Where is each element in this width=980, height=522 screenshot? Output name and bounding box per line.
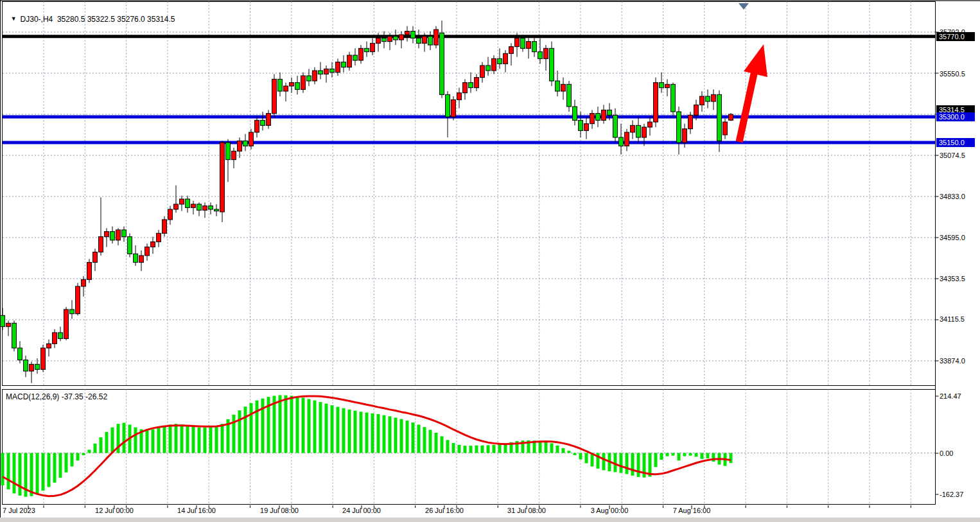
symbol-dropdown-icon[interactable]: ▼ (11, 15, 17, 22)
time-axis-label: 7 Aug 16:00 (673, 507, 711, 514)
macd-axis-label: 214.47 (940, 393, 961, 400)
macd-axis-label: -162.37 (940, 491, 963, 498)
price-badge-35150.0: 35150.0 (936, 138, 975, 147)
price-badge-35770.0: 35770.0 (936, 32, 975, 41)
time-axis-label: 3 Aug 00:00 (591, 507, 629, 514)
chart-window: { "header": { "symbol": "DJ30-", "timefr… (0, 0, 980, 522)
macd-panel[interactable] (3, 390, 935, 504)
main-chart-panel[interactable] (3, 2, 935, 385)
time-axis-label: 19 Jul 08:00 (260, 507, 299, 514)
time-axis-label: 7 Jul 2023 (3, 507, 35, 514)
price-axis-label: 34595.0 (940, 234, 965, 241)
price-axis-label: 34353.5 (940, 275, 965, 283)
price-axis-label: 35074.5 (940, 152, 965, 159)
time-scale[interactable] (0, 505, 935, 517)
price-axis-label: 34833.0 (940, 193, 965, 200)
chart-title-ohlc: DJ30-,H4 35280.5 35322.5 35276.0 35314.5 (21, 15, 175, 24)
price-axis-label: 34115.5 (940, 316, 965, 323)
time-axis-label: 26 Jul 16:00 (425, 507, 464, 514)
window-bottom-strip (0, 518, 980, 522)
price-axis-label: 33874.0 (940, 358, 965, 365)
macd-indicator-label: MACD(12,26,9) -37.35 -26.52 (6, 392, 107, 401)
time-axis-label: 14 Jul 16:00 (177, 507, 216, 514)
macd-axis-label: 0.00 (940, 450, 953, 457)
price-axis-label: 35550.5 (940, 71, 965, 78)
time-axis-label: 31 Jul 08:00 (507, 507, 546, 514)
time-axis-label: 12 Jul 00:00 (95, 507, 134, 514)
price-badge-35300.0: 35300.0 (936, 112, 975, 121)
chart-header: ▼DJ30-,H4 35280.5 35322.5 35276.0 35314.… (6, 6, 175, 24)
time-axis-label: 24 Jul 00:00 (342, 507, 381, 514)
